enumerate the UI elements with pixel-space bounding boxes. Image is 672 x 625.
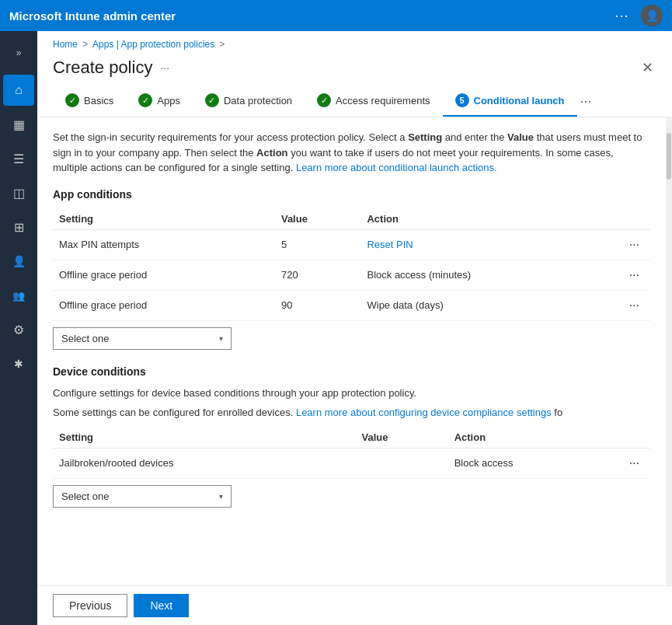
device-col-value: Value — [356, 427, 448, 449]
table-row: Offline grace period 90 Wipe data (days)… — [53, 290, 650, 320]
table-row: Jailbroken/rooted devices Block access ·… — [53, 448, 650, 478]
panel-body: Set the sign-in security requirements fo… — [37, 117, 666, 585]
row1-value: 5 — [275, 229, 361, 260]
row1-action: Reset PIN — [360, 229, 618, 260]
wizard-more-icon[interactable]: ··· — [580, 93, 592, 110]
breadcrumb-apps-policies[interactable]: Apps | App protection policies — [92, 39, 214, 50]
tab-basics-label: Basics — [84, 95, 113, 106]
breadcrumb-sep-2: > — [219, 39, 225, 50]
row3-setting: Offline grace period — [53, 290, 275, 320]
device-compliance-link[interactable]: Learn more about configuring device comp… — [296, 407, 552, 418]
device-conditions-select-row: Select one ▾ — [53, 485, 650, 508]
previous-button[interactable]: Previous — [53, 594, 127, 617]
tab-access-requirements[interactable]: ✓ Access requirements — [305, 86, 442, 117]
tab-apps-label: Apps — [157, 95, 180, 106]
device-conditions-table: Setting Value Action Jailbroken/rooted d… — [53, 427, 650, 479]
row2-setting: Offline grace period — [53, 260, 275, 290]
tab-apps-check: ✓ — [138, 93, 152, 107]
device-row1-more-button[interactable]: ··· — [625, 455, 644, 472]
scrollbar[interactable] — [666, 117, 672, 585]
sidebar-item-devices[interactable]: ◫ — [3, 177, 34, 208]
learn-more-link[interactable]: Learn more about conditional launch acti… — [296, 162, 497, 173]
sidebar-item-groups[interactable]: 👥 — [3, 280, 34, 311]
panel-more-icon[interactable]: ··· — [160, 61, 169, 74]
tab-data-protection[interactable]: ✓ Data protection — [193, 86, 305, 117]
row2-action: Block access (minutes) — [360, 260, 618, 290]
row1-setting: Max PIN attempts — [53, 229, 275, 260]
tab-access-requirements-check: ✓ — [317, 93, 331, 107]
row3-value: 90 — [275, 290, 361, 320]
app-conditions-select-row: Select one ▾ Max PIN attempts Offline gr… — [53, 327, 650, 350]
device-conditions-select-value: Select one — [61, 491, 109, 502]
tab-data-protection-label: Data protection — [224, 95, 292, 106]
app-conditions-table: Setting Value Action Max PIN attempts 5 … — [53, 208, 650, 321]
device-conditions-desc1: Configure settings for device based cond… — [53, 386, 650, 401]
row2-more-button[interactable]: ··· — [625, 267, 644, 284]
col-action: Action — [360, 208, 618, 230]
device-row1-setting: Jailbroken/rooted devices — [53, 448, 356, 478]
chevron-down-icon: ▾ — [219, 334, 223, 343]
tab-basics-check: ✓ — [65, 93, 79, 107]
sidebar-item-more[interactable]: ✱ — [3, 348, 34, 379]
reset-pin-link[interactable]: Reset PIN — [367, 239, 413, 250]
row1-more-button[interactable]: ··· — [625, 236, 644, 253]
breadcrumb-sep-1: > — [82, 39, 88, 50]
app-conditions-title: App conditions — [53, 188, 650, 201]
chevron-down-icon-2: ▾ — [219, 492, 223, 501]
avatar-icon[interactable]: 👤 — [641, 5, 663, 26]
scrollbar-thumb[interactable] — [667, 133, 671, 180]
tab-access-requirements-label: Access requirements — [336, 95, 430, 106]
sidebar-item-all-services[interactable]: ☰ — [3, 143, 34, 174]
device-conditions-desc2: Some settings can be configured for enro… — [53, 405, 650, 421]
top-bar-icons: ⋯ 👤 — [615, 5, 663, 26]
tab-conditional-launch[interactable]: 5 Conditional launch — [443, 86, 577, 117]
description-text: Set the sign-in security requirements fo… — [53, 130, 650, 176]
top-bar: Microsoft Intune admin center ⋯ 👤 — [0, 0, 672, 31]
tab-conditional-launch-label: Conditional launch — [474, 95, 565, 106]
sidebar: » ⌂ ▦ ☰ ◫ ⊞ 👤 👥 ⚙ ✱ — [0, 31, 37, 625]
row2-value: 720 — [275, 260, 361, 290]
tab-apps[interactable]: ✓ Apps — [126, 86, 193, 117]
sidebar-collapse-button[interactable]: » — [3, 37, 34, 68]
sidebar-item-apps[interactable]: ⊞ — [3, 211, 34, 243]
table-row: Offline grace period 720 Block access (m… — [53, 260, 650, 290]
table-row: Max PIN attempts 5 Reset PIN ··· — [53, 229, 650, 260]
device-col-action: Action — [448, 427, 618, 449]
device-col-setting: Setting — [53, 427, 356, 449]
scroll-container: Set the sign-in security requirements fo… — [37, 117, 672, 585]
device-conditions-title: Device conditions — [53, 365, 650, 378]
page-title: Create policy — [53, 58, 152, 78]
sidebar-item-dashboard[interactable]: ▦ — [3, 109, 34, 140]
app-conditions-select-value: Select one — [61, 333, 109, 344]
row3-action: Wipe data (days) — [360, 290, 618, 320]
close-button[interactable]: ✕ — [639, 56, 656, 79]
tab-basics[interactable]: ✓ Basics — [53, 86, 126, 117]
tab-data-protection-check: ✓ — [205, 93, 219, 107]
app-title: Microsoft Intune admin center — [9, 9, 615, 23]
sidebar-item-settings[interactable]: ⚙ — [3, 314, 34, 345]
main-content: Home > Apps | App protection policies > … — [37, 31, 672, 625]
device-conditions-select[interactable]: Select one ▾ — [53, 485, 232, 508]
row3-more-button[interactable]: ··· — [625, 297, 644, 314]
breadcrumb-home[interactable]: Home — [53, 39, 78, 50]
app-conditions-select[interactable]: Select one ▾ — [53, 327, 232, 350]
device-conditions-section: Device conditions Configure settings for… — [53, 365, 650, 508]
more-icon[interactable]: ⋯ — [615, 7, 628, 24]
device-row1-value — [356, 448, 448, 478]
wizard-tabs: ✓ Basics ✓ Apps ✓ Data protection ✓ Acce… — [37, 86, 672, 117]
panel-header: Create policy ··· ✕ — [37, 53, 672, 86]
sidebar-item-users[interactable]: 👤 — [3, 246, 34, 277]
breadcrumb: Home > Apps | App protection policies > — [37, 31, 672, 53]
col-value: Value — [275, 208, 361, 230]
device-row1-action: Block access — [448, 448, 618, 478]
col-setting: Setting — [53, 208, 275, 230]
sidebar-item-home[interactable]: ⌂ — [3, 75, 34, 106]
bottom-bar: Previous Next — [37, 585, 672, 625]
tab-conditional-launch-num: 5 — [455, 93, 469, 107]
next-button[interactable]: Next — [134, 594, 189, 617]
